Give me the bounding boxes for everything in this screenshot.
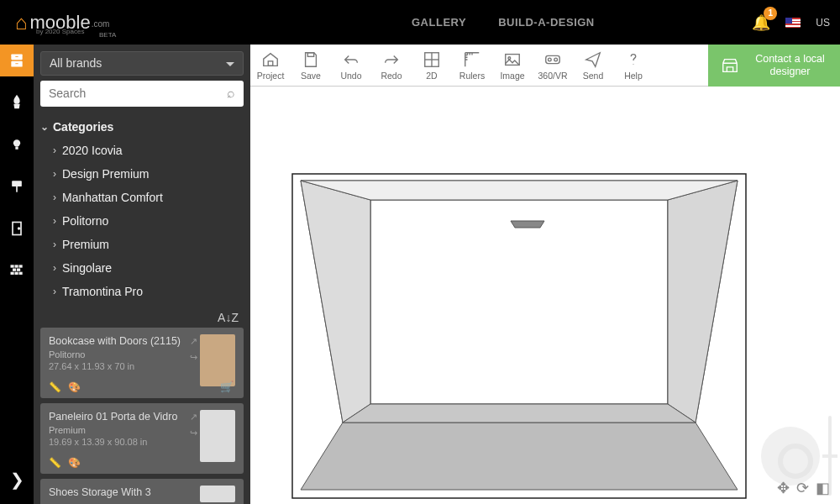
- measure-icon[interactable]: 📏: [49, 381, 61, 393]
- notifications-badge: 1: [764, 7, 777, 20]
- product-quick-icons: ↗↪: [190, 412, 197, 438]
- svg-point-9: [18, 228, 20, 229]
- svg-point-26: [549, 58, 552, 61]
- product-thumbnail: [200, 486, 235, 502]
- logo-subtitle: by 2020 Spaces: [36, 28, 84, 35]
- logo-beta: BETA: [99, 31, 116, 39]
- palette-icon[interactable]: 🎨: [68, 381, 81, 393]
- room-view: [250, 87, 840, 504]
- product-thumbnail: [200, 334, 235, 386]
- rulers-button[interactable]: Rulers: [452, 50, 492, 81]
- insert-icon[interactable]: ↗: [190, 336, 197, 347]
- categories: ⌄Categories ›2020 Icovia ›Design Premium…: [34, 115, 250, 303]
- image-button[interactable]: Image: [492, 50, 533, 81]
- svg-rect-19: [307, 52, 313, 56]
- insert-icon[interactable]: ↗: [190, 412, 197, 423]
- sidebar: All brands ⌕ ⌄Categories ›2020 Icovia ›D…: [34, 45, 250, 504]
- save-button[interactable]: Save: [291, 50, 331, 81]
- svg-rect-16: [15, 272, 18, 275]
- send-button[interactable]: Send: [573, 50, 613, 81]
- sort-button[interactable]: A↓Z: [34, 307, 250, 328]
- brand-selected: All brands: [50, 56, 102, 70]
- product-quick-icons: ↗↪: [190, 336, 197, 363]
- cat-tramontina-pro[interactable]: ›Tramontina Pro: [40, 280, 244, 303]
- house-icon: ⌂: [15, 11, 28, 34]
- help-button[interactable]: Help: [613, 50, 654, 81]
- chevron-right-icon: ›: [53, 168, 56, 180]
- toolbar: Project Save Undo Redo 2D Rulers Image 3…: [250, 45, 840, 87]
- redo-button[interactable]: Redo: [371, 50, 412, 81]
- svg-rect-6: [12, 181, 22, 186]
- rail-expand-icon[interactable]: ❯: [0, 464, 34, 496]
- store-icon: [718, 56, 742, 75]
- palette-icon[interactable]: 🎨: [68, 457, 81, 469]
- svg-rect-2: [15, 56, 18, 57]
- product-card[interactable]: Paneleiro 01 Porta de Vidro Premium 19.6…: [40, 403, 244, 474]
- categories-header[interactable]: ⌄Categories: [40, 115, 244, 139]
- rail-doors-icon[interactable]: [0, 213, 34, 244]
- chevron-right-icon: ›: [53, 215, 56, 227]
- flag-icon[interactable]: [785, 18, 801, 28]
- undo-button[interactable]: Undo: [331, 50, 371, 81]
- project-button[interactable]: Project: [250, 50, 291, 81]
- svg-point-27: [554, 58, 558, 61]
- rail-materials-icon[interactable]: [0, 255, 34, 286]
- logo-domain: .com: [92, 19, 110, 29]
- main: ❯ All brands ⌕ ⌄Categories ›2020 Icovia …: [0, 45, 840, 504]
- refresh-icon[interactable]: ⟳: [796, 479, 809, 497]
- nav-gallery[interactable]: GALLERY: [412, 16, 466, 29]
- pan-icon[interactable]: ✥: [777, 479, 790, 497]
- rail-furniture-icon[interactable]: [0, 45, 34, 76]
- product-tools: 📏🎨: [49, 381, 81, 393]
- product-tools: 📏🎨: [49, 457, 81, 469]
- search-box[interactable]: ⌕: [40, 81, 244, 107]
- 360vr-button[interactable]: 360/VR: [533, 50, 573, 81]
- nav-build[interactable]: BUILD-A-DESIGN: [498, 16, 595, 29]
- corner-controls: ✥ ⟳ ◧: [777, 479, 830, 497]
- 3d-canvas[interactable]: ✥ ⟳ ◧: [250, 87, 840, 504]
- svg-rect-7: [16, 186, 18, 192]
- product-thumbnail: [200, 410, 235, 462]
- contact-designer-button[interactable]: Contact a local designer: [708, 45, 840, 87]
- chevron-right-icon: ›: [53, 262, 56, 274]
- product-card[interactable]: Shoes Storage With 3: [40, 479, 244, 504]
- chevron-right-icon: ›: [53, 144, 56, 156]
- product-card[interactable]: Bookcase with Doors (2115) Politorno 27.…: [40, 328, 244, 398]
- cat-politorno[interactable]: ›Politorno: [40, 209, 244, 233]
- svg-marker-35: [343, 404, 696, 423]
- chevron-right-icon: ›: [53, 239, 56, 250]
- rail-lighting-icon[interactable]: [0, 129, 34, 160]
- orbit-control[interactable]: [761, 427, 820, 486]
- icon-rail: ❯: [0, 45, 34, 504]
- 2d-button[interactable]: 2D: [412, 50, 452, 81]
- cat-manhattan-comfort[interactable]: ›Manhattan Comfort: [40, 186, 244, 209]
- rail-plants-icon[interactable]: [0, 87, 34, 118]
- share-icon[interactable]: ↪: [190, 428, 197, 438]
- app-header: ⌂ mooble .com by 2020 Spaces BETA GALLER…: [0, 0, 840, 45]
- contact-label: Contact a local designer: [750, 53, 830, 78]
- search-input[interactable]: [49, 87, 227, 100]
- svg-rect-15: [11, 272, 14, 275]
- svg-marker-34: [301, 423, 738, 490]
- svg-marker-36: [511, 221, 544, 228]
- measure-icon[interactable]: 📏: [49, 457, 61, 469]
- chevron-right-icon: ›: [53, 192, 56, 203]
- notifications-icon[interactable]: 🔔1: [752, 13, 770, 32]
- cat-design-premium[interactable]: ›Design Premium: [40, 162, 244, 186]
- svg-rect-12: [19, 265, 23, 267]
- rail-paint-icon[interactable]: [0, 171, 34, 202]
- search-icon[interactable]: ⌕: [227, 86, 235, 101]
- cart-icon[interactable]: 🛒: [220, 381, 234, 393]
- brand-select[interactable]: All brands: [40, 51, 244, 76]
- cat-premium[interactable]: ›Premium: [40, 233, 244, 256]
- cat-2020-icovia[interactable]: ›2020 Icovia: [40, 139, 244, 162]
- cat-singolare[interactable]: ›Singolare: [40, 256, 244, 280]
- canvas-area: Project Save Undo Redo 2D Rulers Image 3…: [250, 45, 840, 504]
- svg-rect-18: [268, 60, 273, 66]
- svg-marker-30: [370, 200, 668, 404]
- svg-rect-17: [19, 272, 23, 275]
- header-right: 🔔1 US: [752, 13, 830, 32]
- cube-icon[interactable]: ◧: [816, 479, 830, 497]
- region-label[interactable]: US: [816, 17, 830, 29]
- share-icon[interactable]: ↪: [190, 352, 197, 363]
